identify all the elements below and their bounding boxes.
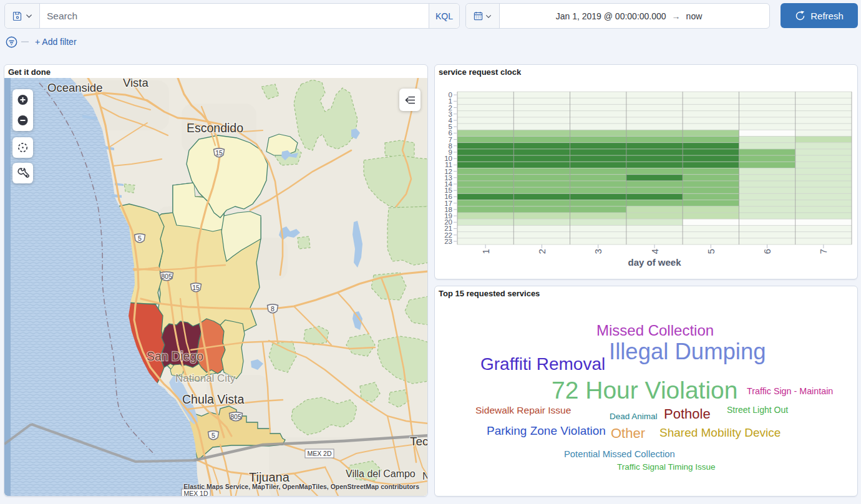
svg-text:Tijuana: Tijuana (249, 470, 290, 484)
svg-text:2: 2 (537, 249, 547, 254)
svg-text:N: N (422, 471, 427, 482)
svg-text:5: 5 (212, 432, 215, 439)
svg-text:15: 15 (192, 284, 200, 291)
svg-text:3: 3 (593, 249, 603, 254)
svg-text:1: 1 (480, 249, 491, 254)
svg-text:Chula Vista: Chula Vista (182, 392, 245, 406)
svg-text:8: 8 (271, 305, 275, 313)
svg-text:7: 7 (818, 249, 829, 254)
svg-text:MEX 2D: MEX 2D (307, 450, 332, 457)
svg-text:5: 5 (706, 249, 716, 254)
svg-text:805: 805 (161, 273, 172, 280)
svg-text:Villa del Campo: Villa del Campo (346, 468, 416, 479)
svg-text:day of week: day of week (628, 257, 681, 268)
svg-text:5: 5 (138, 235, 142, 242)
svg-text:805: 805 (230, 413, 241, 420)
svg-text:Oceanside: Oceanside (47, 81, 102, 94)
svg-text:National City: National City (175, 372, 236, 384)
svg-text:Escondido: Escondido (187, 121, 243, 135)
svg-text:Vista: Vista (123, 78, 149, 89)
svg-text:15: 15 (215, 149, 223, 157)
svg-text:Teca: Teca (410, 435, 427, 448)
svg-text:MEX 1D: MEX 1D (183, 490, 208, 496)
svg-text:6: 6 (762, 249, 772, 254)
svg-text:San Diego: San Diego (147, 349, 203, 363)
svg-text:4: 4 (649, 249, 660, 254)
svg-text:23: 23 (444, 238, 452, 245)
